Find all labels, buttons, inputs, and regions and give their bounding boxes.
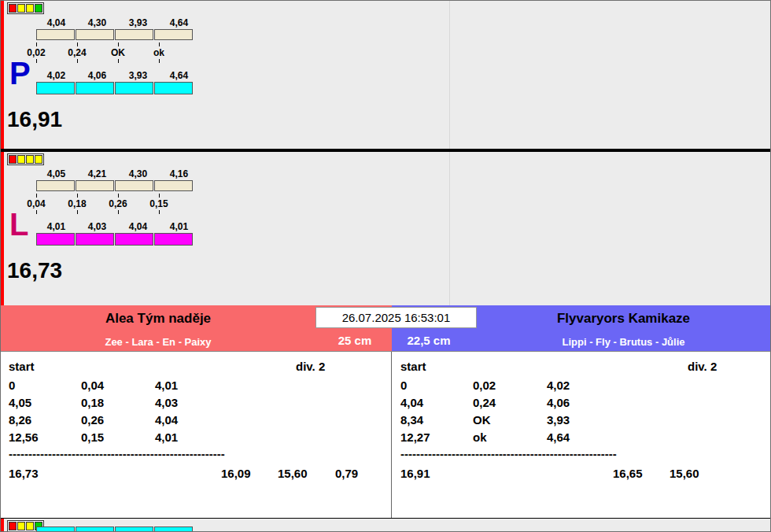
- results-section: Alea Tým naděje Zee - Lara - En - Paixy …: [1, 305, 770, 518]
- dog-time: 4,06: [77, 70, 117, 81]
- change-times-row: 0,04 0,18 0,26 0,15: [1, 198, 770, 209]
- dog-bar-segment: [36, 233, 75, 246]
- best-time: 15,60: [278, 467, 308, 480]
- split-bar-segment: [115, 29, 153, 40]
- split-bar-segment: [76, 29, 114, 40]
- best-time: 15,60: [670, 467, 699, 480]
- dog-bar-segment: [154, 526, 193, 531]
- status-light: [17, 155, 25, 164]
- tick-mark: [159, 210, 160, 214]
- tick-mark: [77, 194, 78, 198]
- status-light: [17, 4, 25, 13]
- change-time: ok: [138, 47, 179, 58]
- tick-mark: [77, 210, 78, 214]
- results-body: start div. 2 0 0,04 4,01 4,05 0,18 4,03 …: [1, 351, 770, 518]
- dog-bars: [36, 233, 193, 246]
- split-time: 4,64: [159, 17, 199, 28]
- split-bar-segment: [36, 29, 75, 40]
- cumulative-time: 12,56: [9, 430, 39, 444]
- status-light: [9, 522, 17, 530]
- right-team-name: Flyvaryors Kamikaze: [477, 311, 770, 327]
- cumulative-time: 4,04: [400, 396, 423, 409]
- dog-bar-segment: [76, 233, 114, 246]
- change-time: 0,26: [81, 413, 104, 427]
- change-time: 0,26: [98, 198, 138, 209]
- status-light: [9, 4, 17, 13]
- tick-mark: [118, 210, 119, 214]
- tick-mark: [36, 194, 37, 198]
- change-time: OK: [473, 413, 491, 427]
- dog-bar-segment: [115, 526, 153, 531]
- dog-time: 4,04: [155, 413, 178, 427]
- right-team-results: start div. 2 0 0,02 4,02 4,04 0,24 4,06 …: [393, 352, 770, 518]
- lane-letter: L: [9, 209, 28, 240]
- time-difference: 0,79: [335, 467, 358, 480]
- division-label: div. 2: [296, 360, 325, 373]
- cumulative-time: 0: [9, 379, 15, 392]
- lane-total-time: 16,73: [7, 258, 62, 283]
- dog-time: 4,01: [159, 221, 199, 232]
- change-time: OK: [98, 47, 138, 58]
- split-bars: [36, 29, 193, 40]
- dog-time: 4,64: [547, 430, 570, 444]
- lane-total-time: 16,91: [7, 107, 62, 132]
- change-times-row: 0,02 0,24 OK ok: [1, 47, 770, 58]
- lane-p-panel: 4,04 4,30 3,93 4,64 0,02 0,24 OK ok: [1, 1, 770, 149]
- split-bar-segment: [154, 180, 193, 191]
- date-time-display: 26.07.2025 16:53:01: [315, 307, 477, 328]
- tick-mark: [118, 59, 119, 63]
- dog-bars: [36, 82, 193, 94]
- right-team-dogs: Lippi - Fly - Brutus - Jůlie: [477, 336, 770, 348]
- status-light: [26, 522, 34, 530]
- tick-mark: [118, 42, 119, 46]
- tick-row: [1, 210, 770, 214]
- change-time: 0,15: [138, 198, 179, 209]
- split-time: 4,30: [77, 17, 117, 28]
- tick-mark: [36, 59, 37, 63]
- dog-time: 4,01: [155, 379, 178, 392]
- next-heat-strip: [1, 518, 770, 531]
- split-times-row: 4,04 4,30 3,93 4,64: [1, 17, 770, 28]
- cumulative-time: 12,27: [400, 430, 430, 444]
- split-time: 3,93: [118, 17, 158, 28]
- status-light: [9, 155, 17, 164]
- dog-time: 4,64: [159, 70, 199, 81]
- split-bar-segment: [76, 180, 114, 191]
- right-jump-height: 22,5 cm: [393, 334, 464, 347]
- split-time: 4,04: [36, 17, 76, 28]
- tick-mark: [159, 42, 160, 46]
- split-time: 4,30: [118, 168, 158, 179]
- heat-status-lights: [7, 2, 44, 14]
- tick-mark: [118, 194, 119, 198]
- dog-time: 3,93: [118, 70, 158, 81]
- tick-row: [1, 42, 770, 46]
- cumulative-time: 8,34: [400, 413, 423, 427]
- dog-bar-segment: [154, 82, 193, 94]
- dog-time: 4,01: [155, 430, 178, 444]
- dog-bar-segment: [115, 233, 153, 246]
- tick-mark: [36, 42, 37, 46]
- status-light: [26, 4, 34, 13]
- lane-active-edge: [1, 519, 4, 531]
- cumulative-time: 0: [400, 379, 407, 392]
- change-time: 0,24: [57, 47, 98, 58]
- split-bars: [36, 180, 193, 191]
- split-bar-segment: [115, 180, 153, 191]
- left-team-name: Alea Tým naděje: [1, 311, 315, 327]
- lane-l-panel: 4,05 4,21 4,30 4,16 0,04 0,18 0,26 0,15: [1, 152, 770, 305]
- dog-time: 4,02: [36, 70, 76, 81]
- split-time: 4,21: [77, 168, 117, 179]
- dog-bar-segment: [36, 82, 75, 94]
- dog-times-row: 4,02 4,06 3,93 4,64: [1, 70, 770, 81]
- tick-mark: [159, 59, 160, 63]
- left-team-results: start div. 2 0 0,04 4,01 4,05 0,18 4,03 …: [1, 352, 392, 518]
- dog-bars: [36, 526, 193, 531]
- left-team-dogs: Zee - Lara - En - Paixy: [1, 336, 315, 348]
- status-light: [35, 155, 42, 164]
- split-times-row: 4,05 4,21 4,30 4,16: [1, 168, 770, 179]
- change-time: 0,02: [473, 379, 496, 392]
- dog-bar-segment: [154, 233, 193, 246]
- split-bar-segment: [154, 29, 193, 40]
- dog-time: 4,03: [155, 396, 178, 409]
- tick-mark: [159, 194, 160, 198]
